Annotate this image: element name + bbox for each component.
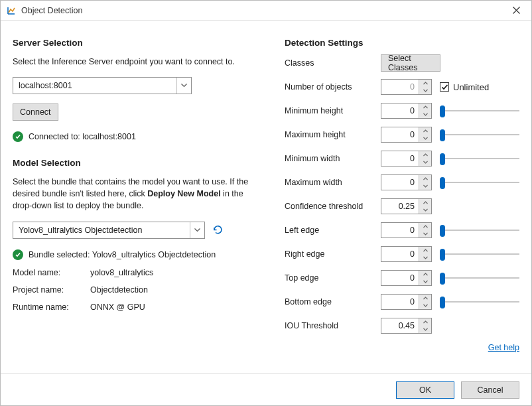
unlimited-checkbox[interactable] <box>440 82 449 92</box>
spin-up-icon[interactable] <box>419 295 431 302</box>
check-circle-icon <box>13 131 23 142</box>
num-objects-label: Number of objects <box>285 82 381 92</box>
left-edge-slider[interactable] <box>440 230 519 231</box>
min-width-row: Minimum width <box>285 149 519 169</box>
server-status-text: Connected to: localhost:8001 <box>29 132 136 141</box>
max-width-row: Maximum width <box>285 172 519 192</box>
max-height-input[interactable] <box>381 127 432 143</box>
spin-down-icon[interactable] <box>419 135 431 142</box>
server-selection-desc: Select the Inference Server endpoint you… <box>13 56 265 68</box>
min-width-slider[interactable] <box>440 158 519 159</box>
slider-thumb[interactable] <box>440 153 445 165</box>
model-selection-heading: Model Selection <box>13 158 265 168</box>
left-edge-input[interactable] <box>381 222 432 238</box>
spin-down-icon[interactable] <box>419 111 431 118</box>
min-height-input[interactable] <box>381 103 432 119</box>
spin-down-icon[interactable] <box>419 182 431 190</box>
classes-row: Classes Select Classes <box>285 53 519 73</box>
spin-up-icon[interactable] <box>419 247 431 254</box>
top-edge-slider[interactable] <box>440 277 519 279</box>
close-button[interactable] <box>506 1 526 21</box>
slider-thumb[interactable] <box>440 225 445 237</box>
dialog-window: Object Detection Server Selection Select… <box>0 0 532 406</box>
dialog-footer: OK Cancel <box>1 373 531 405</box>
slider-thumb[interactable] <box>440 297 445 308</box>
spin-down-icon[interactable] <box>419 302 431 309</box>
app-icon <box>6 5 17 16</box>
titlebar: Object Detection <box>1 1 531 21</box>
get-help-link[interactable]: Get help <box>488 343 519 352</box>
model-name-row: Model name: yolov8_ultralytics <box>13 268 265 277</box>
bottom-edge-row: Bottom edge <box>285 292 519 312</box>
model-status-text: Bundle selected: Yolov8_ultralytics Obje… <box>29 250 216 259</box>
project-name-row: Project name: Objectdetection <box>13 285 265 295</box>
max-width-label: Maximum width <box>285 178 381 187</box>
cancel-button[interactable]: Cancel <box>461 381 519 399</box>
spin-up-icon[interactable] <box>419 199 431 206</box>
classes-label: Classes <box>285 58 381 68</box>
right-edge-row: Right edge <box>285 244 519 264</box>
max-width-slider[interactable] <box>440 182 519 183</box>
slider-thumb[interactable] <box>440 177 445 189</box>
spin-up-icon[interactable] <box>419 103 431 111</box>
spin-down-icon[interactable] <box>419 87 431 94</box>
iou-row: IOU Threshold <box>285 316 519 336</box>
top-edge-input[interactable] <box>381 270 432 286</box>
dialog-body: Server Selection Select the Inference Se… <box>1 21 531 373</box>
connect-button[interactable]: Connect <box>13 103 58 121</box>
slider-thumb[interactable] <box>440 105 445 117</box>
left-column: Server Selection Select the Inference Se… <box>13 33 265 368</box>
num-objects-row: Number of objectsUnlimited <box>285 77 519 97</box>
select-classes-button[interactable]: Select Classes <box>381 54 440 72</box>
conf-input[interactable] <box>381 198 432 214</box>
check-circle-icon <box>13 249 23 260</box>
spin-up-icon[interactable] <box>419 151 431 159</box>
server-endpoint-value: localhost:8001 <box>13 78 176 94</box>
min-width-input[interactable] <box>381 151 432 167</box>
num-objects-input[interactable] <box>381 79 432 95</box>
left-edge-label: Left edge <box>285 226 381 235</box>
model-bundle-combo[interactable]: Yolov8_ultralytics Objectdetection <box>13 222 205 239</box>
max-height-slider[interactable] <box>440 134 519 135</box>
window-title: Object Detection <box>21 6 506 15</box>
conf-label: Confidence threshold <box>285 202 381 211</box>
slider-thumb[interactable] <box>440 273 445 285</box>
spin-down-icon[interactable] <box>419 230 431 237</box>
spin-up-icon[interactable] <box>419 318 431 326</box>
spin-down-icon[interactable] <box>419 254 431 261</box>
bottom-edge-input[interactable] <box>381 294 432 310</box>
spin-down-icon[interactable] <box>419 159 431 166</box>
min-height-slider[interactable] <box>440 110 519 111</box>
refresh-icon[interactable] <box>210 223 225 237</box>
spin-down-icon[interactable] <box>419 326 431 333</box>
spin-down-icon[interactable] <box>419 206 431 214</box>
right-edge-slider[interactable] <box>440 253 519 255</box>
top-edge-row: Top edge <box>285 268 519 288</box>
max-height-row: Maximum height <box>285 125 519 145</box>
slider-thumb[interactable] <box>440 249 445 261</box>
slider-thumb[interactable] <box>440 129 445 141</box>
chevron-down-icon[interactable] <box>176 78 191 94</box>
right-edge-label: Right edge <box>285 249 381 259</box>
max-width-input[interactable] <box>381 174 432 190</box>
spin-up-icon[interactable] <box>419 223 431 230</box>
iou-input[interactable] <box>381 318 432 334</box>
spin-up-icon[interactable] <box>419 127 431 135</box>
right-column: Detection Settings Classes Select Classe… <box>285 33 519 368</box>
bottom-edge-label: Bottom edge <box>285 297 381 306</box>
server-status-row: Connected to: localhost:8001 <box>13 131 265 142</box>
top-edge-label: Top edge <box>285 273 381 283</box>
ok-button[interactable]: OK <box>396 381 454 399</box>
server-selection-heading: Server Selection <box>13 38 265 48</box>
model-bundle-value: Yolov8_ultralytics Objectdetection <box>13 222 190 238</box>
chevron-down-icon[interactable] <box>190 222 204 238</box>
right-edge-input[interactable] <box>381 246 432 262</box>
spin-up-icon[interactable] <box>419 80 431 87</box>
spin-up-icon[interactable] <box>419 271 431 278</box>
server-endpoint-combo[interactable]: localhost:8001 <box>13 77 192 94</box>
iou-label: IOU Threshold <box>285 321 381 330</box>
bottom-edge-slider[interactable] <box>440 301 519 303</box>
model-selection-desc: Select the bundle that contains the mode… <box>13 176 265 212</box>
spin-up-icon[interactable] <box>419 175 431 182</box>
spin-down-icon[interactable] <box>419 278 431 285</box>
